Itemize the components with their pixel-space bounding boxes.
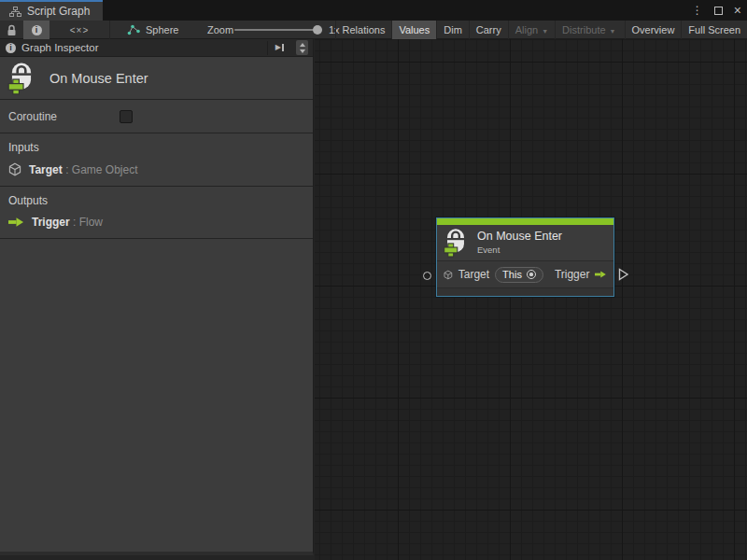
zoom-label: Zoom — [207, 21, 233, 39]
output-port-row: Trigger : Flow — [8, 216, 304, 229]
unit-title: On Mouse Enter — [49, 71, 148, 86]
coroutine-label: Coroutine — [8, 110, 120, 123]
mouse-event-icon — [7, 62, 35, 95]
inputs-header: Inputs — [8, 141, 304, 154]
code-view-button[interactable]: <×> — [49, 21, 109, 39]
fullscreen-button[interactable]: Full Screen — [681, 21, 747, 39]
overview-button[interactable]: Overview — [625, 21, 682, 39]
window-menu-icon[interactable]: ⋮ — [692, 0, 703, 21]
outputs-header: Outputs — [8, 194, 304, 207]
carry-button[interactable]: Carry — [469, 21, 508, 39]
inspector-toggle-button[interactable]: i — [23, 21, 49, 39]
dim-button[interactable]: Dim — [436, 21, 469, 39]
graph-inspector-header: i Graph Inspector ▶ — [0, 39, 313, 57]
coroutine-checkbox[interactable] — [120, 110, 133, 123]
graph-reference-label: Sphere — [146, 24, 178, 35]
coroutine-row: Coroutine — [0, 100, 313, 133]
node-header[interactable]: On Mouse Enter Event — [437, 225, 613, 261]
hierarchy-graph-icon — [9, 7, 21, 17]
distribute-caret-icon: ▼ — [610, 27, 616, 34]
graph-toolbar: i <×> Sphere Zoom 1x Relations Values — [0, 21, 747, 39]
align-button[interactable]: Align ▼ — [508, 21, 555, 39]
info-icon: i — [6, 43, 16, 53]
toolbar-right-group: Relations Values Dim Carry Align ▼ Distr… — [335, 21, 747, 39]
spinner-down-icon — [300, 49, 305, 53]
trigger-port-label: Trigger — [555, 268, 590, 281]
flow-arrow-icon — [595, 269, 607, 280]
distribute-button[interactable]: Distribute ▼ — [555, 21, 622, 39]
graph-canvas[interactable]: On Mouse Enter Event Target This Tri — [315, 39, 747, 560]
relations-button[interactable]: Relations — [335, 21, 392, 39]
code-icon: <×> — [70, 25, 90, 35]
separator: : — [63, 163, 72, 176]
inspector-scroll-spinner[interactable] — [296, 40, 308, 55]
window-titlebar: Script Graph ⋮ × — [0, 0, 747, 21]
info-icon: i — [32, 25, 42, 35]
node-title: On Mouse Enter — [477, 230, 562, 245]
node-subtitle: Event — [477, 245, 562, 255]
output-port-type: Flow — [79, 216, 103, 229]
spinner-up-icon — [300, 43, 305, 47]
unit-title-section: On Mouse Enter — [0, 57, 313, 100]
graph-inspector-title: Graph Inspector — [21, 42, 261, 53]
maximize-icon[interactable] — [714, 7, 723, 15]
zoom-slider[interactable] — [234, 29, 322, 31]
values-button[interactable]: Values — [391, 21, 436, 39]
outputs-section: Outputs Trigger : Flow — [0, 187, 313, 239]
lock-button[interactable] — [0, 21, 23, 39]
on-mouse-enter-node[interactable]: On Mouse Enter Event Target This Tri — [436, 217, 614, 297]
input-port-type: Game Object — [72, 163, 138, 176]
input-port-row: Target : Game Object — [8, 162, 304, 176]
object-picker-icon[interactable] — [527, 270, 536, 279]
zoom-slider-handle[interactable] — [313, 25, 322, 35]
dock-inspector-button[interactable]: ▶ — [267, 41, 288, 55]
node-output-connection-port[interactable] — [618, 268, 629, 281]
toolbar-separator — [109, 21, 110, 39]
mouse-event-icon — [444, 228, 468, 258]
flow-arrow-icon — [8, 217, 24, 228]
close-icon[interactable]: × — [734, 0, 741, 21]
node-footer — [437, 288, 613, 296]
game-object-cube-icon — [444, 268, 453, 282]
node-input-connection-port[interactable] — [423, 272, 431, 280]
window-controls: ⋮ × — [692, 0, 741, 21]
graph-reference[interactable]: Sphere — [127, 21, 178, 39]
node-ports-row: Target This Trigger — [437, 261, 613, 288]
node-event-color-bar — [437, 218, 613, 225]
target-value-field[interactable]: This — [495, 267, 543, 283]
script-graph-asset-icon — [127, 24, 140, 35]
separator: : — [70, 216, 79, 229]
unity-visual-scripting-window: Script Graph ⋮ × i <×> — [0, 0, 747, 560]
tab-script-graph[interactable]: Script Graph — [0, 0, 103, 21]
game-object-cube-icon — [8, 162, 21, 176]
graph-inspector-panel: i Graph Inspector ▶ On Mouse Enter — [0, 39, 314, 555]
target-value: This — [502, 270, 522, 280]
output-port-name: Trigger — [32, 216, 70, 229]
inputs-section: Inputs Target : Game Object — [0, 133, 313, 187]
input-port-name: Target — [29, 163, 63, 176]
lock-icon — [7, 24, 17, 36]
tab-label: Script Graph — [27, 5, 90, 18]
expand-icon: ▶ — [275, 44, 284, 51]
target-port-label: Target — [458, 268, 489, 281]
align-caret-icon: ▼ — [542, 27, 548, 34]
